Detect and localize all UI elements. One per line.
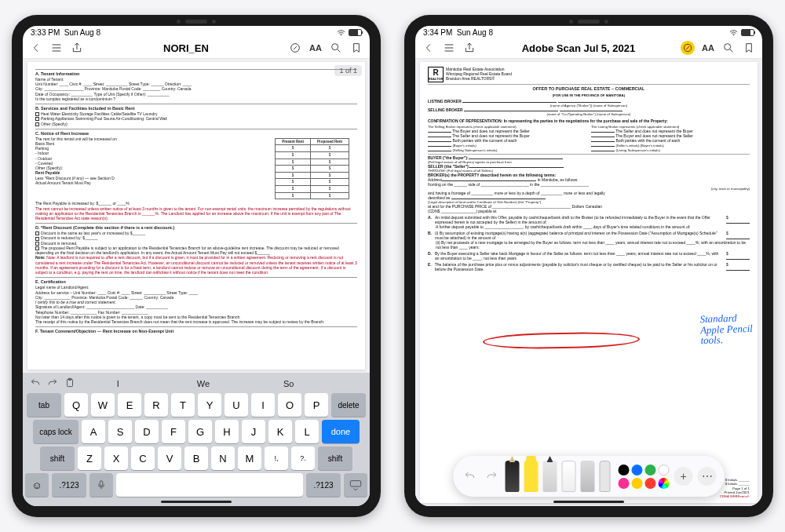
pen-tool[interactable] <box>506 461 520 492</box>
color-swatch[interactable] <box>632 478 643 489</box>
key-done[interactable]: done <box>322 420 360 443</box>
share-icon[interactable] <box>462 41 476 55</box>
sidebar-icon[interactable] <box>49 41 64 55</box>
key[interactable]: P <box>305 393 328 417</box>
key-emoji[interactable]: ☺ <box>25 473 49 497</box>
ipad-right: 3:34 PM Sun Aug 8 Adobe Scan Jul 5, 2021… <box>404 15 773 517</box>
realtor-logo: RREALTOR Manitoba Real Estate Associatio… <box>428 67 750 82</box>
bookmark-icon[interactable] <box>349 41 363 55</box>
home-indicator[interactable] <box>161 501 232 503</box>
key[interactable]: M <box>238 446 261 470</box>
keyboard-suggestion-bar: I We So <box>25 376 367 393</box>
suggestion[interactable]: I <box>75 379 161 388</box>
key[interactable]: G <box>188 420 212 443</box>
document-view[interactable]: 1 of 1 A. Tenant Information Name of Ten… <box>23 59 370 373</box>
key[interactable]: J <box>242 420 265 443</box>
color-picker-icon[interactable] <box>659 478 670 489</box>
key[interactable]: O <box>278 393 301 417</box>
key[interactable]: B <box>184 446 208 470</box>
ruler-tool[interactable] <box>600 461 611 492</box>
color-swatch[interactable] <box>645 478 656 489</box>
key[interactable]: !, <box>265 446 288 470</box>
toolbar: Adobe Scan Jul 5, 2021 AA <box>415 38 762 59</box>
toolbar: NORI_EN AA <box>23 38 370 59</box>
key[interactable]: H <box>215 420 239 443</box>
undo-icon[interactable] <box>30 377 41 390</box>
battery-icon <box>349 29 362 36</box>
key-shift[interactable]: shift <box>318 446 352 470</box>
more-button[interactable]: ⋯ <box>698 467 717 486</box>
add-tool-button[interactable]: + <box>674 467 693 486</box>
home-indicator[interactable] <box>553 501 624 503</box>
key[interactable]: Y <box>198 393 221 417</box>
key[interactable]: A <box>82 420 105 443</box>
color-swatch[interactable] <box>659 465 670 476</box>
text-size-icon[interactable]: AA <box>309 41 323 55</box>
key-hide-keyboard[interactable] <box>344 473 367 497</box>
share-icon[interactable] <box>70 41 84 55</box>
color-swatch[interactable] <box>645 465 656 476</box>
undo-button[interactable] <box>462 468 479 485</box>
marker-tool[interactable] <box>524 461 539 492</box>
key-tab[interactable]: tab <box>27 393 61 417</box>
sidebar-icon[interactable] <box>442 41 456 55</box>
page-counter: 1 of 1 <box>334 65 362 76</box>
key-numeric[interactable]: .?123 <box>306 473 341 497</box>
pencil-tool[interactable] <box>543 461 557 492</box>
key-delete[interactable]: delete <box>331 393 366 417</box>
red-annotation-circle <box>483 331 640 349</box>
handwritten-note: Standard Apple Pencil tools. <box>700 312 754 346</box>
key[interactable]: I <box>251 393 275 417</box>
key[interactable]: Q <box>64 393 88 417</box>
clipboard-icon[interactable] <box>64 377 75 390</box>
document-view[interactable]: RREALTOR Manitoba Real Estate Associatio… <box>415 59 762 506</box>
key[interactable]: ?. <box>291 446 315 470</box>
back-icon[interactable] <box>422 41 436 55</box>
key[interactable]: D <box>135 420 159 443</box>
keyboard[interactable]: I We So tab Q W E R T Y U I O P delete c… <box>23 373 370 506</box>
key[interactable]: E <box>118 393 141 417</box>
document-page: A. Tenant Information Name of Tenant: Un… <box>27 62 365 370</box>
key[interactable]: Z <box>78 446 101 470</box>
key-mic[interactable] <box>89 473 113 497</box>
redo-icon[interactable] <box>47 377 58 390</box>
markup-toolbar: + ⋯ <box>454 456 725 497</box>
key[interactable]: K <box>268 420 292 443</box>
key[interactable]: L <box>295 420 319 443</box>
status-time: 3:33 PM <box>31 28 60 37</box>
redo-button[interactable] <box>484 468 501 485</box>
key-shift[interactable]: shift <box>40 446 75 470</box>
color-swatch-selected[interactable] <box>632 465 643 476</box>
key[interactable]: X <box>104 446 128 470</box>
key[interactable]: F <box>162 420 185 443</box>
bookmark-icon[interactable] <box>742 41 756 55</box>
key-space[interactable] <box>116 473 303 497</box>
search-icon[interactable] <box>721 41 736 55</box>
svg-point-0 <box>341 35 341 35</box>
key[interactable]: S <box>108 420 132 443</box>
text-size-icon[interactable]: AA <box>701 41 715 55</box>
back-icon[interactable] <box>29 41 43 55</box>
key[interactable]: W <box>91 393 115 417</box>
document-title: NORI_EN <box>90 42 282 54</box>
color-swatch[interactable] <box>619 465 630 476</box>
key[interactable]: C <box>131 446 155 470</box>
key[interactable]: V <box>158 446 181 470</box>
key-numeric[interactable]: .?123 <box>52 473 86 497</box>
search-icon[interactable] <box>329 41 343 55</box>
key[interactable]: R <box>144 393 168 417</box>
eraser-tool[interactable] <box>562 461 576 492</box>
key[interactable]: T <box>171 393 195 417</box>
markup-icon[interactable] <box>288 41 302 55</box>
lasso-tool[interactable] <box>581 461 595 492</box>
key[interactable]: U <box>225 393 248 417</box>
suggestion[interactable]: We <box>161 379 246 388</box>
svg-rect-5 <box>100 481 103 486</box>
markup-icon[interactable] <box>681 41 695 55</box>
wifi-icon <box>729 30 738 36</box>
key[interactable]: N <box>211 446 235 470</box>
suggestion[interactable]: So <box>246 379 331 388</box>
battery-icon <box>741 29 754 36</box>
color-swatch[interactable] <box>619 478 630 489</box>
key-capslock[interactable]: caps lock <box>33 420 78 443</box>
